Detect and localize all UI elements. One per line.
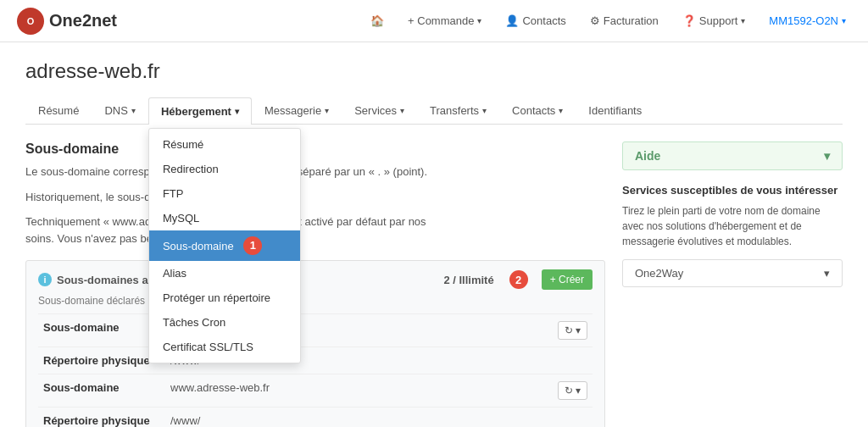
refresh-btn-1[interactable]: ↻ ▾ <box>558 321 587 340</box>
nav-commande[interactable]: + Commande ▾ <box>403 11 487 30</box>
table-row: Répertoire physique /www/ <box>38 347 593 374</box>
header: O One2net 🏠 + Commande ▾ 👤 Contacts ⚙ Fa… <box>0 0 868 42</box>
nav-support[interactable]: ❓ Support ▾ <box>677 11 751 30</box>
commande-label: + Commande <box>408 14 474 27</box>
page-title: adresse-web.fr <box>25 59 843 83</box>
dropdown-ssl[interactable]: Certificat SSL/TLS <box>149 335 300 359</box>
tab-services[interactable]: Services ▾ <box>342 97 417 124</box>
facturation-label: Facturation <box>604 14 659 27</box>
services-caret: ▾ <box>400 106 404 115</box>
row2-label1: Sous-domaine <box>38 374 165 408</box>
commande-caret: ▾ <box>477 16 481 25</box>
tab-messagerie[interactable]: Messagerie ▾ <box>252 97 342 124</box>
support-label: Support <box>699 14 738 27</box>
hebergement-caret: ▾ <box>235 107 239 116</box>
logo-text: One2net <box>49 11 117 30</box>
page-body: adresse-web.fr Résumé DNS ▾ Hébergement … <box>0 42 868 427</box>
section-desc-3: Techniquement « www.adres le « adresse-w… <box>25 214 605 247</box>
row2-action: ↻ ▾ <box>550 374 593 408</box>
user-label: MM1592-O2N <box>769 14 838 27</box>
dropdown-alias[interactable]: Alias <box>149 261 300 286</box>
tab-hebergement[interactable]: Hébergement ▾ <box>148 97 252 125</box>
user-caret: ▾ <box>842 16 846 25</box>
contacts-label: Contacts <box>522 14 565 27</box>
main-content: Sous-domaine Le sous-domaine corresponm … <box>25 141 605 427</box>
tab-dns[interactable]: DNS ▾ <box>92 97 147 124</box>
section-desc-1: Le sous-domaine corresponm de domaine et… <box>25 164 605 180</box>
table-row: Sous-domaine adresse-web.fr ↻ ▾ <box>38 314 593 347</box>
badge-2: 2 <box>509 270 528 289</box>
table-row: Répertoire physique /www/ <box>38 408 593 428</box>
nav-contacts[interactable]: 👤 Contacts <box>500 11 570 30</box>
nav-facturation[interactable]: ⚙ Facturation <box>585 11 664 30</box>
tab-identifiants[interactable]: Identifiants <box>576 97 654 124</box>
nav-home[interactable]: 🏠 <box>365 11 389 30</box>
support-icon: ❓ <box>682 14 696 27</box>
tab-hebergement-wrap: Hébergement ▾ Résumé Redirection FTP MyS… <box>148 97 252 124</box>
dropdown-resume[interactable]: Résumé <box>149 132 300 157</box>
dns-caret: ▾ <box>131 106 136 115</box>
row2-value2: /www/ <box>165 408 550 428</box>
logo: O One2net <box>17 8 117 35</box>
info-icon: i <box>38 273 52 286</box>
count-badge: 2 / Illimité <box>443 274 493 286</box>
row1-action: ↻ ▾ <box>550 314 593 347</box>
sidebar-services-desc: Tirez le plein parti de votre nom de dom… <box>622 203 843 249</box>
create-button[interactable]: + Créer <box>542 269 593 290</box>
active-box-subtitle: Sous-domaine déclarés et répertoire cibl… <box>38 295 593 307</box>
dropdown-ftp[interactable]: FTP <box>149 181 300 206</box>
dropdown-mysql[interactable]: MySQL <box>149 206 300 230</box>
transferts-caret: ▾ <box>482 106 487 115</box>
section-title: Sous-domaine <box>25 141 605 157</box>
contacts-icon: 👤 <box>505 14 519 27</box>
row1-label2: Répertoire physique <box>38 347 165 374</box>
support-caret: ▾ <box>741 16 745 25</box>
badge-1: 1 <box>243 239 262 252</box>
main-nav: 🏠 + Commande ▾ 👤 Contacts ⚙ Facturation … <box>365 11 851 30</box>
section-desc-2: Historiquement, le sous-dom ». <box>25 189 605 206</box>
sub-nav: Résumé DNS ▾ Hébergement ▾ Résumé Redire… <box>25 97 843 125</box>
refresh-btn-2[interactable]: ↻ ▾ <box>558 381 587 400</box>
one2way-label: One2Way <box>635 267 683 280</box>
tab-contacts[interactable]: Contacts ▾ <box>499 97 576 124</box>
svg-text:O: O <box>27 16 35 26</box>
table-row: Sous-domaine www.adresse-web.fr ↻ ▾ <box>38 374 593 408</box>
hebergement-dropdown: Résumé Redirection FTP MySQL Sous-domain… <box>148 128 301 363</box>
aide-chevron-icon: ▾ <box>824 149 830 163</box>
messagerie-caret: ▾ <box>325 106 329 115</box>
sidebar: Aide ▾ Services susceptibles de vous int… <box>622 141 843 427</box>
contacts-tab-caret: ▾ <box>559 106 563 115</box>
active-box-title: i Sous-domaines actifs 2 / Illimité 2 + … <box>38 269 593 290</box>
facturation-icon: ⚙ <box>590 14 600 27</box>
dropdown-redirection[interactable]: Redirection <box>149 157 300 181</box>
tab-transferts[interactable]: Transferts ▾ <box>417 97 499 124</box>
nav-user[interactable]: MM1592-O2N ▾ <box>764 11 851 30</box>
subdomains-table: Sous-domaine adresse-web.fr ↻ ▾ Répertoi… <box>38 313 593 427</box>
sidebar-services-title: Services susceptibles de vous intéresser <box>622 184 843 197</box>
row2-label2: Répertoire physique <box>38 408 165 428</box>
logo-icon: O <box>17 8 44 35</box>
one2way-box[interactable]: One2Way ▾ <box>622 259 843 287</box>
tab-resume[interactable]: Résumé <box>25 97 92 124</box>
aide-box[interactable]: Aide ▾ <box>622 141 843 170</box>
row1-label1: Sous-domaine <box>38 314 165 347</box>
home-icon: 🏠 <box>370 14 384 27</box>
aide-label: Aide <box>635 149 660 163</box>
badge-2-wrap: 2 <box>509 270 528 289</box>
dropdown-proteger[interactable]: Protéger un répertoire <box>149 286 300 310</box>
active-subdomains-box: i Sous-domaines actifs 2 / Illimité 2 + … <box>25 260 605 427</box>
row2-value1: www.adresse-web.fr <box>165 374 550 408</box>
dropdown-sousdomaine[interactable]: Sous-domaine 1 <box>149 230 300 261</box>
one2way-chevron-icon: ▾ <box>824 267 830 280</box>
dropdown-taches[interactable]: Tâches Cron <box>149 310 300 335</box>
